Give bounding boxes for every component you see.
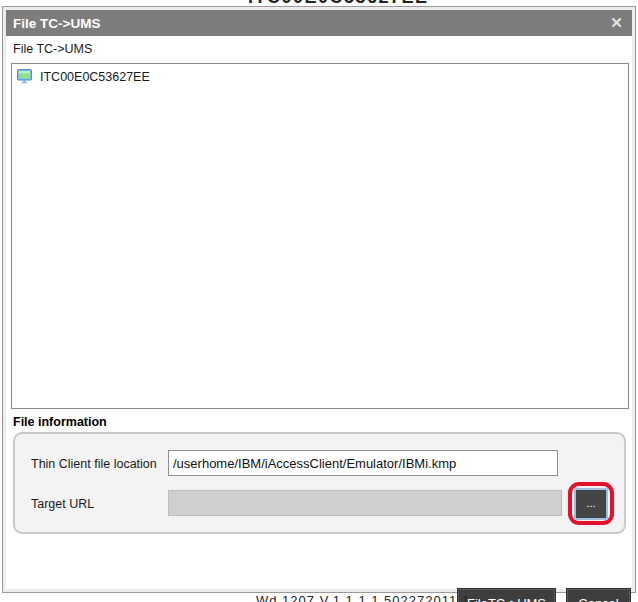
list-item[interactable]: ITC00E0C53627EE bbox=[12, 64, 628, 89]
cancel-button[interactable]: Cancel bbox=[567, 589, 630, 602]
primary-button-text-suffix: C->UMS bbox=[496, 596, 546, 602]
list-item-label: ITC00E0C53627EE bbox=[40, 70, 150, 84]
browse-target-url-button[interactable]: ... bbox=[574, 488, 608, 520]
dialog-title: File TC->UMS bbox=[13, 16, 100, 31]
file-tc-ums-dialog: File TC->UMS ✕ File TC->UMS ITC00E0C5362… bbox=[2, 6, 636, 593]
thin-client-monitor-icon bbox=[17, 69, 33, 84]
dialog-titlebar[interactable]: File TC->UMS ✕ bbox=[6, 10, 632, 36]
thin-client-file-location-label: Thin Client file location bbox=[31, 457, 157, 471]
target-url-input-disabled bbox=[168, 490, 562, 516]
dialog-heading-label: File TC->UMS bbox=[13, 42, 92, 56]
target-url-label: Target URL bbox=[31, 497, 94, 511]
thin-client-listbox[interactable]: ITC00E0C53627EE bbox=[11, 63, 629, 409]
file-information-groupbox: Thin Client file location Target URL ... bbox=[13, 432, 626, 534]
red-highlight-annotation: ... bbox=[568, 482, 614, 525]
background-clipped-text-bottom: Wd.1207.V.1.1.1.1.502272011.1 bbox=[256, 593, 476, 602]
thin-client-file-location-input[interactable] bbox=[168, 450, 558, 476]
dialog-content: File TC->UMS ITC00E0C53627EE File inform… bbox=[6, 36, 632, 589]
primary-button-mnemonic: T bbox=[488, 596, 496, 602]
file-information-group-title: File information bbox=[13, 415, 107, 429]
close-icon[interactable]: ✕ bbox=[607, 14, 626, 33]
